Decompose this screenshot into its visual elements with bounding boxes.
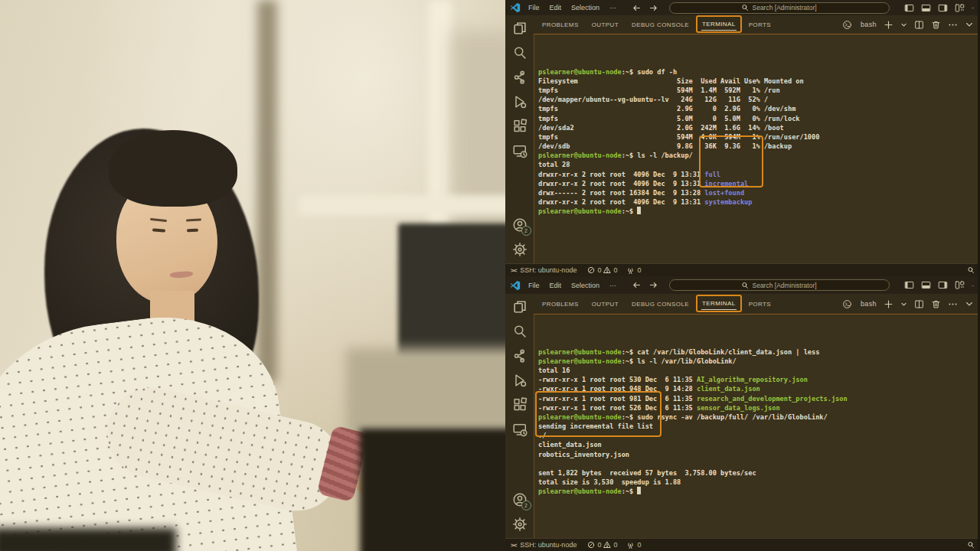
tab-terminal[interactable]: TERMINAL: [701, 18, 737, 31]
toggle-sidebar-icon[interactable]: [904, 3, 914, 13]
minimize-button[interactable]: -: [972, 4, 974, 11]
search-sidebar-icon[interactable]: [512, 324, 528, 339]
new-terminal-icon[interactable]: [884, 299, 893, 309]
remote-explorer-icon[interactable]: [512, 143, 528, 158]
search-sidebar-icon[interactable]: [512, 45, 528, 60]
ports-indicator[interactable]: 0: [626, 541, 641, 549]
menu-item-edit[interactable]: Edit: [550, 4, 562, 11]
customize-layout-icon[interactable]: [955, 3, 965, 13]
back-arrow-icon[interactable]: [632, 3, 642, 13]
terminal-line: pslearner@ubuntu-node:~$: [538, 487, 980, 496]
layout-controls: -: [904, 3, 974, 13]
extensions-icon[interactable]: [512, 397, 528, 412]
terminal-text: drwxr-xr-x 2 root root 4096 Dec 9 13:31: [538, 198, 704, 206]
more-actions-icon[interactable]: [948, 20, 958, 30]
kill-terminal-icon[interactable]: [931, 20, 941, 30]
panel-area: PROBLEMSOUTPUTDEBUG CONSOLETERMINALPORTS…: [534, 294, 980, 538]
remote-indicator[interactable]: >< SSH: ubuntu-node: [511, 266, 577, 274]
source-control-icon[interactable]: [512, 70, 528, 85]
background-monitor: [398, 223, 505, 357]
menu-item-selection[interactable]: Selection: [571, 4, 599, 11]
terminal-text: sent 1,822 bytes received 57 bytes 3,758…: [538, 469, 756, 477]
command-center-search[interactable]: Search [Administrator]: [669, 279, 890, 291]
new-terminal-icon[interactable]: [884, 20, 893, 30]
forward-arrow-icon[interactable]: [648, 3, 658, 13]
split-terminal-icon[interactable]: [914, 20, 924, 30]
tab-output[interactable]: OUTPUT: [591, 298, 619, 310]
source-control-icon[interactable]: [512, 348, 528, 364]
forward-arrow-icon[interactable]: [648, 280, 658, 290]
zoom-indicator-icon[interactable]: [967, 266, 975, 274]
shell-label[interactable]: bash: [861, 300, 877, 308]
tab-debug-console[interactable]: DEBUG CONSOLE: [631, 19, 690, 31]
customize-layout-icon[interactable]: [955, 280, 965, 290]
toggle-panel-icon[interactable]: [921, 280, 931, 290]
terminal-profile-chevron-icon[interactable]: [900, 21, 907, 28]
problems-indicator[interactable]: 0 0: [587, 266, 617, 274]
terminal-profile-chevron-icon[interactable]: [900, 301, 907, 308]
menu-bar: FileEditSelection···: [528, 4, 616, 11]
settings-gear-icon[interactable]: [512, 517, 528, 532]
error-icon: [587, 266, 595, 274]
shell-label[interactable]: bash: [861, 21, 877, 28]
menu-item-edit[interactable]: Edit: [550, 282, 562, 289]
terminal-output[interactable]: pslearner@ubuntu-node:~$ sudo df -hFiles…: [534, 34, 980, 263]
explorer-icon[interactable]: [512, 299, 528, 315]
tab-problems[interactable]: PROBLEMS: [541, 19, 580, 31]
window-sill: [299, 195, 505, 215]
problems-indicator[interactable]: 0 0: [587, 541, 617, 549]
run-debug-icon[interactable]: [512, 94, 528, 109]
minimize-button[interactable]: -: [972, 282, 974, 289]
toggle-sidebar-icon[interactable]: [904, 280, 914, 290]
tab-output[interactable]: OUTPUT: [591, 19, 619, 31]
terminal-line: tmpfs 2.9G 0 2.9G 0% /dev/shm: [538, 104, 980, 113]
window-body: 2 PROBLEMSOUTPUTDEBUG CONSOLETERMINALPOR…: [505, 294, 980, 538]
terminal-text: ./: [538, 432, 546, 439]
tab-terminal[interactable]: TERMINAL: [701, 298, 737, 310]
layout-controls: -: [904, 280, 974, 290]
menu-item-selection[interactable]: Selection: [571, 282, 599, 289]
radio-tower-icon: [626, 541, 635, 549]
explorer-icon[interactable]: [512, 21, 528, 36]
extensions-icon[interactable]: [512, 119, 528, 134]
tab-debug-console[interactable]: DEBUG CONSOLE: [631, 298, 690, 310]
remote-icon: ><: [511, 542, 516, 549]
tab-ports[interactable]: PORTS: [748, 19, 772, 31]
zoom-indicator-icon[interactable]: [967, 541, 975, 549]
command-center-search[interactable]: Search [Administrator]: [669, 2, 890, 14]
more-actions-icon[interactable]: [948, 299, 958, 309]
split-terminal-icon[interactable]: [914, 299, 924, 309]
terminal-output[interactable]: pslearner@ubuntu-node:~$ cat /var/lib/Gl…: [534, 314, 980, 538]
accounts-icon[interactable]: 2: [512, 217, 528, 233]
terminal-line: tmpfs 594M 1.4M 592M 1% /run: [538, 86, 980, 95]
terminal-text: client_data.json: [697, 385, 760, 393]
menu-item-file[interactable]: File: [528, 4, 540, 11]
panel-chevron-icon[interactable]: [965, 299, 974, 308]
terminal-line: pslearner@ubuntu-node:~$ sudo df -h: [538, 67, 980, 77]
tab-ports[interactable]: PORTS: [748, 298, 772, 310]
terminal-text: sensor_data_logs.json: [697, 404, 780, 412]
menu-item-file[interactable]: File: [528, 282, 540, 289]
toggle-secondary-sidebar-icon[interactable]: [938, 280, 948, 290]
run-debug-icon[interactable]: [512, 373, 528, 388]
kill-terminal-icon[interactable]: [931, 299, 941, 309]
menu-item-[interactable]: ···: [609, 282, 616, 289]
back-arrow-icon[interactable]: [632, 280, 642, 290]
toggle-secondary-sidebar-icon[interactable]: [938, 3, 948, 13]
toggle-panel-icon[interactable]: [921, 3, 931, 13]
tab-label: PROBLEMS: [542, 21, 579, 28]
terminal-line: pslearner@ubuntu-node:~$ cat /var/lib/Gl…: [538, 347, 980, 357]
tab-problems[interactable]: PROBLEMS: [541, 298, 580, 310]
accounts-icon[interactable]: 2: [512, 492, 528, 507]
menu-item-[interactable]: ···: [609, 4, 616, 11]
terminal-line: ./: [538, 431, 980, 440]
remote-explorer-icon[interactable]: [512, 422, 528, 437]
terminal-line: tmpfs 594M 4.0K 594M 1% /run/user/1000: [538, 132, 980, 142]
settings-gear-icon[interactable]: [512, 242, 528, 257]
panel-chevron-icon[interactable]: [965, 20, 974, 29]
window-body: 2 PROBLEMSOUTPUTDEBUG CONSOLETERMINALPOR…: [505, 15, 980, 263]
terminal-cursor: [637, 207, 641, 214]
terminal-text: tmpfs 594M 1.4M 592M 1% /run: [538, 86, 780, 94]
ports-indicator[interactable]: 0: [626, 266, 641, 275]
remote-indicator[interactable]: >< SSH: ubuntu-node: [511, 541, 577, 549]
